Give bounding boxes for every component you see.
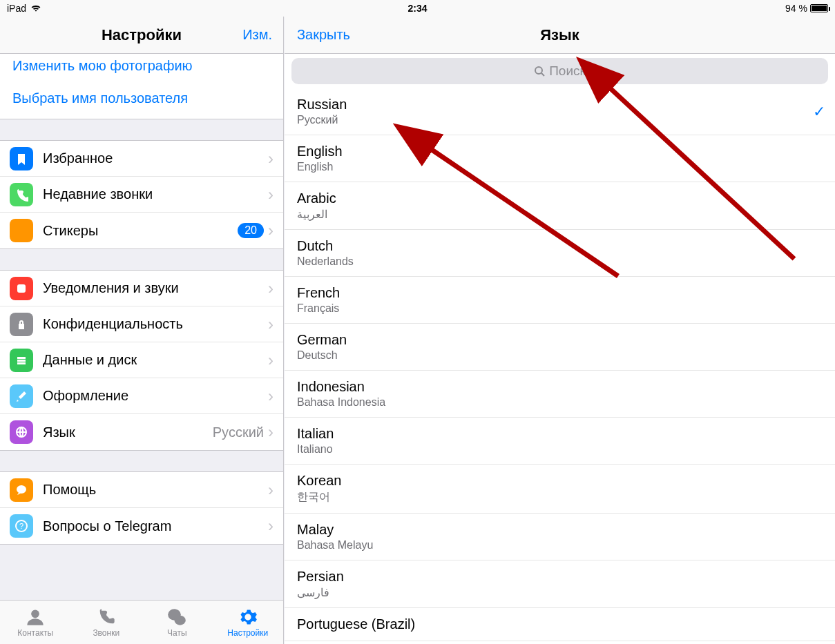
settings-row-recent[interactable]: Недавние звонки› <box>0 177 283 213</box>
brush-icon <box>10 384 33 408</box>
moon-icon <box>10 219 33 242</box>
settings-row-stickers[interactable]: Стикеры20› <box>0 213 283 248</box>
chevron-right-icon: › <box>268 424 273 440</box>
settings-row-help[interactable]: Помощь› <box>0 472 283 508</box>
language-list: RussianРусский✓EnglishEnglishArabicالعرب… <box>285 88 835 644</box>
language-row-dutch[interactable]: DutchNederlands <box>285 230 835 277</box>
settings-pane: Настройки Изм. Изменить мою фотографию В… <box>0 17 284 644</box>
chats-icon <box>167 607 186 627</box>
language-row-korean[interactable]: Korean한국어 <box>285 465 835 514</box>
svg-point-8 <box>535 67 542 74</box>
language-row-russian[interactable]: RussianРусский✓ <box>285 88 835 135</box>
chevron-right-icon: › <box>268 280 273 297</box>
settings-row-label: Недавние звонки <box>43 186 268 202</box>
chat-icon <box>10 478 33 502</box>
settings-row-label: Вопросы о Telegram <box>43 518 268 534</box>
settings-row-label: Конфиденциальность <box>43 316 268 332</box>
wifi-icon <box>30 4 41 12</box>
tab-contacts[interactable]: Контакты <box>0 601 71 644</box>
chevron-right-icon: › <box>268 316 273 333</box>
language-row-german[interactable]: GermanDeutsch <box>285 324 835 371</box>
language-native: Français <box>297 302 823 315</box>
row-detail: Русский <box>213 425 264 440</box>
settings-title: Настройки <box>102 26 182 44</box>
svg-text:?: ? <box>19 522 23 530</box>
svg-rect-0 <box>17 284 26 293</box>
search-icon <box>534 66 545 77</box>
language-native: English <box>297 161 823 173</box>
tab-chats[interactable]: Чаты <box>142 601 213 644</box>
language-row-italian[interactable]: ItalianItaliano <box>285 418 835 465</box>
tab-settings[interactable]: Настройки <box>213 601 284 644</box>
settings-row-saved[interactable]: Избранное› <box>0 141 283 177</box>
language-title: Язык <box>540 26 579 44</box>
language-navbar: Закрыть Язык <box>285 17 835 54</box>
language-native: Deutsch <box>297 349 823 362</box>
battery-percent: 94 % <box>785 3 807 14</box>
profile-links: Изменить мою фотографию Выбрать имя поль… <box>0 54 283 119</box>
device-label: iPad <box>7 3 26 14</box>
language-native: العربية <box>297 208 823 221</box>
tab-calls[interactable]: Звонки <box>71 601 142 644</box>
language-name: German <box>297 332 823 348</box>
language-native: 한국어 <box>297 490 823 505</box>
badge: 20 <box>238 223 264 238</box>
close-button[interactable]: Закрыть <box>297 27 350 43</box>
svg-point-7 <box>175 615 186 625</box>
calls-icon <box>97 607 116 627</box>
bookmark-icon <box>10 147 33 170</box>
settings-row-language[interactable]: ЯзыкРусский› <box>0 414 283 450</box>
clock: 2:34 <box>253 3 582 14</box>
settings-row-label: Данные и диск <box>43 352 268 368</box>
app-icon <box>10 277 33 300</box>
settings-navbar: Настройки Изм. <box>0 17 283 54</box>
language-row-arabic[interactable]: Arabicالعربية <box>285 182 835 230</box>
search-input[interactable]: Поиск <box>291 58 828 84</box>
settings-row-label: Помощь <box>43 482 268 498</box>
edit-button[interactable]: Изм. <box>242 27 272 43</box>
language-row-english[interactable]: EnglishEnglish <box>285 135 835 182</box>
settings-row-privacy[interactable]: Конфиденциальность› <box>0 306 283 342</box>
settings-row-label: Язык <box>43 425 213 440</box>
language-row-indonesian[interactable]: IndonesianBahasa Indonesia <box>285 371 835 418</box>
change-photo-link[interactable]: Изменить мою фотографию <box>0 54 283 82</box>
language-name: Arabic <box>297 191 823 206</box>
language-name: Korean <box>297 473 823 489</box>
settings-group-3: Помощь›?Вопросы о Telegram› <box>0 471 283 545</box>
lock-icon <box>10 313 33 336</box>
language-row-malay[interactable]: MalayBahasa Melayu <box>285 514 835 560</box>
globe-icon <box>10 420 33 444</box>
choose-username-link[interactable]: Выбрать имя пользователя <box>0 82 283 115</box>
language-row-french[interactable]: FrenchFrançais <box>285 277 835 324</box>
settings-row-label: Стикеры <box>43 223 238 239</box>
settings-icon <box>238 607 258 627</box>
language-name: Dutch <box>297 238 823 254</box>
language-pane: Закрыть Язык Поиск RussianРусский✓Englis… <box>285 17 835 644</box>
chevron-right-icon: › <box>268 352 273 369</box>
question-icon: ? <box>10 514 33 538</box>
language-name: Persian <box>297 569 823 585</box>
settings-group-2: Уведомления и звуки›Конфиденциальность›Д… <box>0 270 283 451</box>
tab-chats-label: Чаты <box>167 628 187 638</box>
svg-point-5 <box>31 609 39 618</box>
checkmark-icon: ✓ <box>813 103 825 121</box>
settings-row-label: Уведомления и звуки <box>43 280 268 296</box>
language-name: Italian <box>297 426 823 442</box>
settings-row-label: Оформление <box>43 388 268 404</box>
settings-row-label: Избранное <box>43 150 268 166</box>
language-row-portuguese-brazil-[interactable]: Portuguese (Brazil) <box>285 608 835 641</box>
search-placeholder: Поиск <box>549 64 586 79</box>
stack-icon <box>10 349 33 372</box>
language-row-persian[interactable]: Persianفارسی <box>285 560 835 608</box>
tab-settings-label: Настройки <box>227 628 268 638</box>
language-native: Bahasa Indonesia <box>297 396 823 409</box>
settings-row-notif[interactable]: Уведомления и звуки› <box>0 271 283 306</box>
language-native: Bahasa Melayu <box>297 539 823 552</box>
settings-row-faq[interactable]: ?Вопросы о Telegram› <box>0 508 283 544</box>
tab-calls-label: Звонки <box>93 628 119 638</box>
language-native: Italiano <box>297 443 823 456</box>
settings-row-appearance[interactable]: Оформление› <box>0 378 283 414</box>
svg-line-9 <box>541 73 544 76</box>
settings-row-data[interactable]: Данные и диск› <box>0 342 283 378</box>
language-native: فارسی <box>297 586 823 599</box>
